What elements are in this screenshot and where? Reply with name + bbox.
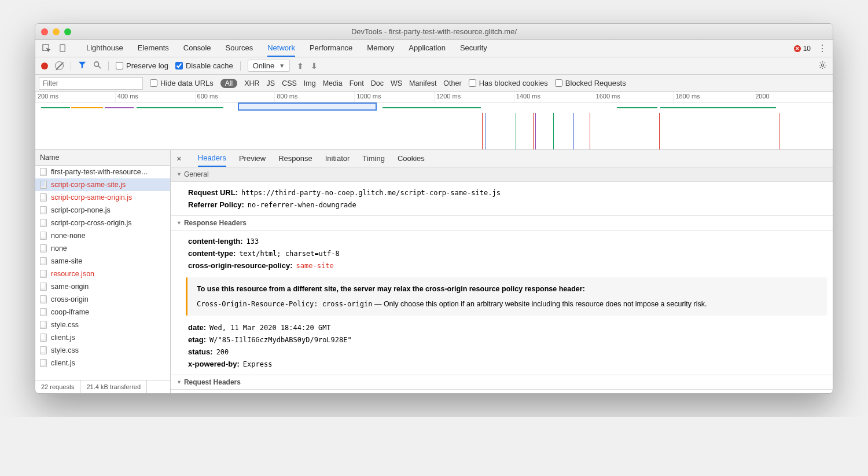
error-counter[interactable]: ✕ 10 bbox=[794, 45, 811, 53]
device-icon[interactable] bbox=[57, 43, 68, 54]
tick: 2000 bbox=[753, 92, 833, 102]
filter-type-other[interactable]: Other bbox=[443, 79, 461, 87]
minimize-icon[interactable] bbox=[53, 28, 60, 35]
filter-type-ws[interactable]: WS bbox=[391, 79, 402, 87]
upload-har-icon[interactable]: ⬆ bbox=[297, 61, 304, 71]
file-icon bbox=[40, 168, 47, 176]
request-row[interactable]: client.js bbox=[35, 331, 170, 344]
etag-value: W/"85-I1lI6GczMydbABS0yD/9roL928E" bbox=[209, 336, 352, 344]
tab-preview[interactable]: Preview bbox=[239, 151, 266, 166]
request-row[interactable]: same-site bbox=[35, 255, 170, 268]
file-icon bbox=[40, 283, 47, 291]
request-row[interactable]: cross-origin bbox=[35, 293, 170, 306]
tab-console[interactable]: Console bbox=[183, 40, 211, 57]
content-length-value: 133 bbox=[247, 237, 259, 246]
request-row[interactable]: same-origin bbox=[35, 280, 170, 293]
request-row[interactable]: resource.json bbox=[35, 268, 170, 280]
status-value: 200 bbox=[216, 348, 229, 356]
requests-pane: Name first-party-test-with-resource…scri… bbox=[35, 150, 171, 393]
tick: 800 ms bbox=[274, 92, 354, 102]
chevron-down-icon: ▼ bbox=[279, 63, 285, 69]
filter-type-all[interactable]: All bbox=[220, 79, 237, 88]
content-type-key: content-type: bbox=[188, 249, 236, 258]
window-title: DevTools - first-party-test-with-resourc… bbox=[35, 27, 833, 36]
request-name: same-site bbox=[51, 257, 82, 265]
request-row[interactable]: first-party-test-with-resource… bbox=[35, 166, 170, 178]
disable-cache-checkbox[interactable]: Disable cache bbox=[175, 61, 233, 70]
filter-type-media[interactable]: Media bbox=[323, 79, 343, 87]
filter-input[interactable] bbox=[39, 77, 143, 90]
filter-type-manifest[interactable]: Manifest bbox=[409, 79, 436, 87]
devtools-window: DevTools - first-party-test-with-resourc… bbox=[35, 23, 833, 394]
filter-type-doc[interactable]: Doc bbox=[371, 79, 384, 87]
clear-icon[interactable] bbox=[55, 61, 64, 70]
filter-type-xhr[interactable]: XHR bbox=[244, 79, 259, 87]
filter-type-font[interactable]: Font bbox=[350, 79, 364, 87]
tick: 400 ms bbox=[115, 92, 195, 102]
zoom-icon[interactable] bbox=[64, 28, 71, 35]
tab-sources[interactable]: Sources bbox=[226, 40, 253, 57]
request-row[interactable]: style.css bbox=[35, 344, 170, 357]
file-icon bbox=[40, 270, 47, 278]
requests-count: 22 requests bbox=[35, 380, 80, 393]
timeline-selection[interactable] bbox=[238, 102, 377, 111]
tab-application[interactable]: Application bbox=[409, 40, 446, 57]
tab-memory[interactable]: Memory bbox=[367, 40, 394, 57]
tab-cookies[interactable]: Cookies bbox=[398, 151, 425, 166]
request-name: none-none bbox=[51, 232, 86, 240]
response-headers-section-header[interactable]: ▼Response Headers bbox=[171, 215, 833, 230]
request-row[interactable]: none bbox=[35, 242, 170, 255]
tab-elements[interactable]: Elements bbox=[138, 40, 169, 57]
request-name: first-party-test-with-resource… bbox=[51, 168, 148, 176]
tab-network[interactable]: Network bbox=[267, 40, 295, 57]
file-icon bbox=[40, 295, 47, 303]
etag-key: etag: bbox=[188, 335, 206, 344]
request-row[interactable]: client.js bbox=[35, 357, 170, 369]
tab-headers[interactable]: Headers bbox=[198, 150, 226, 167]
tick: 600 ms bbox=[195, 92, 275, 102]
request-row[interactable]: style.css bbox=[35, 318, 170, 331]
record-icon[interactable] bbox=[41, 63, 48, 69]
tab-lighthouse[interactable]: Lighthouse bbox=[86, 40, 123, 57]
name-column-header[interactable]: Name bbox=[35, 150, 170, 166]
filter-type-img[interactable]: Img bbox=[304, 79, 316, 87]
request-row[interactable]: script-corp-same-site.js bbox=[35, 178, 170, 191]
filter-type-js[interactable]: JS bbox=[267, 79, 275, 87]
tab-performance[interactable]: Performance bbox=[310, 40, 352, 57]
disclosure-triangle-icon: ▼ bbox=[176, 220, 182, 226]
request-row[interactable]: coop-iframe bbox=[35, 306, 170, 318]
request-row[interactable]: script-corp-none.js bbox=[35, 204, 170, 217]
preserve-log-checkbox[interactable]: Preserve log bbox=[116, 61, 168, 70]
general-section-header[interactable]: ▼General bbox=[171, 167, 833, 182]
file-icon bbox=[40, 193, 47, 202]
status-bar: 22 requests 21.4 kB transferred bbox=[35, 380, 170, 393]
tab-security[interactable]: Security bbox=[460, 40, 487, 57]
blocked-requests-checkbox[interactable]: Blocked Requests bbox=[555, 79, 626, 87]
file-icon bbox=[40, 308, 47, 316]
has-blocked-cookies-checkbox[interactable]: Has blocked cookies bbox=[469, 79, 548, 87]
filter-type-css[interactable]: CSS bbox=[282, 79, 297, 87]
request-row[interactable]: script-corp-same-origin.js bbox=[35, 191, 170, 204]
filter-icon[interactable] bbox=[78, 61, 86, 71]
throttling-select[interactable]: Online ▼ bbox=[248, 60, 290, 72]
download-har-icon[interactable]: ⬇ bbox=[311, 61, 318, 71]
tab-timing[interactable]: Timing bbox=[362, 151, 385, 166]
close-icon[interactable] bbox=[41, 28, 48, 35]
request-row[interactable]: script-corp-cross-origin.js bbox=[35, 217, 170, 229]
tab-initiator[interactable]: Initiator bbox=[325, 151, 350, 166]
tab-response[interactable]: Response bbox=[278, 151, 312, 166]
referrer-policy-value: no-referrer-when-downgrade bbox=[248, 201, 356, 209]
more-icon[interactable]: ⋮ bbox=[818, 43, 827, 54]
inspect-icon[interactable] bbox=[41, 43, 52, 54]
request-row[interactable]: none-none bbox=[35, 229, 170, 242]
timeline-overview[interactable]: 200 ms 400 ms 600 ms 800 ms 1000 ms 1200… bbox=[35, 92, 833, 150]
hide-data-urls-checkbox[interactable]: Hide data URLs bbox=[150, 79, 214, 87]
tick: 1800 ms bbox=[673, 92, 753, 102]
tick: 1600 ms bbox=[594, 92, 674, 102]
close-icon[interactable]: × bbox=[176, 153, 185, 163]
request-headers-section-header[interactable]: ▼Request Headers bbox=[171, 375, 833, 390]
settings-icon[interactable] bbox=[818, 61, 827, 71]
date-key: date: bbox=[188, 323, 206, 332]
search-icon[interactable] bbox=[93, 61, 101, 71]
file-icon bbox=[40, 257, 47, 265]
